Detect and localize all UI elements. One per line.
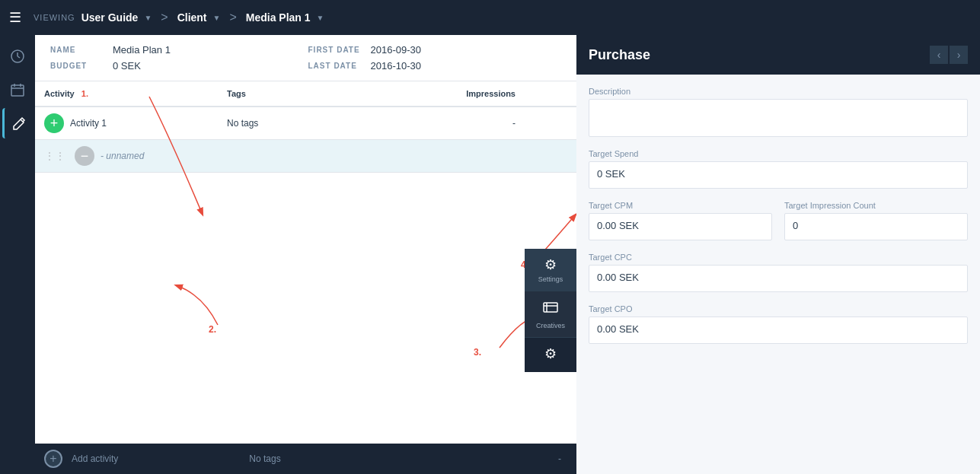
target-cpc-label: Target CPC <box>589 253 968 262</box>
bottom-add-button[interactable]: + <box>44 450 62 468</box>
target-cpm-input[interactable]: 0.00 SEK <box>589 213 772 240</box>
chevron-icon-3: ▼ <box>317 14 324 22</box>
unnamed-impressions-cell <box>423 140 576 173</box>
col-activity: Activity 1. <box>35 81 218 107</box>
chevron-icon-1: ▼ <box>144 14 152 22</box>
breadcrumb-client[interactable]: Client <box>177 11 207 24</box>
svg-rect-1 <box>11 85 24 96</box>
more-settings-icon: ⚙ <box>544 345 557 362</box>
activity-cell: + Activity 1 <box>35 107 218 140</box>
last-date-value: 2016-10-30 <box>371 60 422 72</box>
target-cpo-field-group: Target CPO 0.00 SEK <box>589 304 968 344</box>
svg-text:3.: 3. <box>474 347 481 358</box>
add-activity-label: Add activity <box>72 453 118 464</box>
target-impression-input[interactable]: 0 <box>784 213 968 240</box>
panel-nav-arrows: ‹ › <box>930 46 968 64</box>
description-input[interactable] <box>589 99 968 137</box>
sidebar-calendar-icon[interactable] <box>2 75 33 105</box>
target-impression-field-group: Target Impression Count 0 <box>784 201 968 240</box>
budget-value: 0 SEK <box>113 60 141 72</box>
top-navigation: ☰ VIEWING User Guide ▼ > Client ▼ > Medi… <box>0 0 980 35</box>
bottom-dash: - <box>558 453 561 464</box>
unnamed-activity-cell: ⋮⋮ − - unnamed <box>35 140 218 173</box>
budget-label: BUDGET <box>50 62 104 70</box>
activity-name: Activity 1 <box>70 118 107 129</box>
content-area: NAME Media Plan 1 FIRST DATE 2016-09-30 … <box>35 35 576 474</box>
bottom-bar: + Add activity No tags - <box>35 444 576 474</box>
settings-menu-item[interactable]: ⚙ Settings <box>525 249 576 291</box>
last-date-label: LAST DATE <box>308 62 362 70</box>
panel-prev-button[interactable]: ‹ <box>930 46 948 64</box>
right-panel-header: Purchase ‹ › <box>576 35 980 75</box>
target-cpc-field-group: Target CPC 0.00 SEK <box>589 253 968 292</box>
table-row[interactable]: ⋮⋮ − - unnamed <box>35 140 576 173</box>
separator-2: > <box>229 11 236 24</box>
first-date-label: FIRST DATE <box>308 46 362 54</box>
activity-table: Activity 1. Tags Impressions + Activity … <box>35 81 576 173</box>
left-sidebar <box>0 35 35 474</box>
creatives-menu-item[interactable]: Creatives <box>525 291 576 338</box>
cpm-impression-row: Target CPM 0.00 SEK Target Impression Co… <box>589 201 968 240</box>
table-row: + Activity 1 No tags - <box>35 107 576 140</box>
panel-next-button[interactable]: › <box>950 46 968 64</box>
right-panel: Purchase ‹ › Description Target Spend 0 … <box>576 35 980 474</box>
drag-handle-icon: ⋮⋮ <box>44 150 65 162</box>
remove-activity-button[interactable]: − <box>75 146 94 166</box>
first-date-value: 2016-09-30 <box>371 44 422 56</box>
annotation-1: 1. <box>81 89 88 98</box>
target-cpo-label: Target CPO <box>589 304 968 313</box>
target-spend-label: Target Spend <box>589 149 968 158</box>
name-value: Media Plan 1 <box>113 44 171 56</box>
creatives-label: Creatives <box>536 322 565 329</box>
col-tags: Tags <box>218 81 423 107</box>
breadcrumb-media-plan[interactable]: Media Plan 1 <box>246 11 311 24</box>
plan-header: NAME Media Plan 1 FIRST DATE 2016-09-30 … <box>35 35 576 81</box>
hamburger-menu[interactable]: ☰ <box>9 9 21 26</box>
svg-text:2.: 2. <box>209 324 216 335</box>
settings-icon: ⚙ <box>544 256 557 273</box>
table-area: Activity 1. Tags Impressions + Activity … <box>35 81 576 444</box>
add-activity-button[interactable]: + <box>44 113 64 133</box>
more-menu-item[interactable]: ⚙ <box>525 338 576 372</box>
unnamed-activity-name: - unnamed <box>101 151 144 161</box>
target-cpm-label: Target CPM <box>589 201 772 210</box>
chevron-icon-2: ▼ <box>213 14 221 22</box>
target-cpm-field-group: Target CPM 0.00 SEK <box>589 201 772 240</box>
creatives-icon <box>542 299 559 320</box>
tags-cell: No tags <box>218 107 423 140</box>
target-cpc-input[interactable]: 0.00 SEK <box>589 265 968 292</box>
target-spend-field-group: Target Spend 0 SEK <box>589 149 968 189</box>
col-impressions: Impressions <box>423 81 576 107</box>
sidebar-dashboard-icon[interactable] <box>2 41 33 72</box>
settings-label: Settings <box>538 275 563 283</box>
target-spend-input[interactable]: 0 SEK <box>589 161 968 189</box>
right-panel-body: Description Target Spend 0 SEK Target CP… <box>576 75 980 474</box>
svg-rect-2 <box>544 303 557 312</box>
description-field-group: Description <box>589 87 968 137</box>
bottom-no-tags: No tags <box>249 453 280 464</box>
breadcrumb-user-guide[interactable]: User Guide <box>81 11 139 24</box>
target-cpo-input[interactable]: 0.00 SEK <box>589 317 968 344</box>
target-impression-label: Target Impression Count <box>784 201 968 210</box>
viewing-label: VIEWING <box>34 13 75 22</box>
unnamed-tags-cell <box>218 140 423 173</box>
context-menu: ⚙ Settings Creatives ⚙ <box>525 249 576 372</box>
main-layout: NAME Media Plan 1 FIRST DATE 2016-09-30 … <box>0 35 980 474</box>
name-label: NAME <box>50 46 104 54</box>
purchase-title: Purchase <box>589 47 650 63</box>
separator-1: > <box>161 11 168 24</box>
impressions-cell: - <box>423 107 576 140</box>
sidebar-edit-icon[interactable] <box>2 108 33 138</box>
description-label: Description <box>589 87 968 96</box>
